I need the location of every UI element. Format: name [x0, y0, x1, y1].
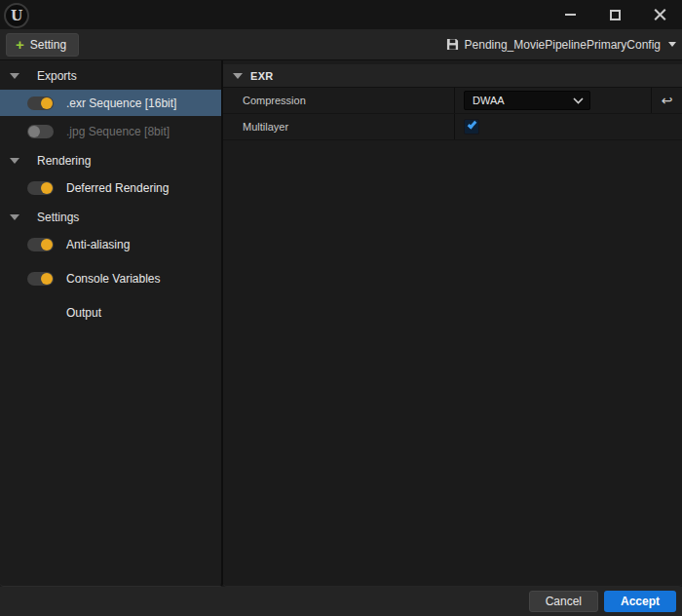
- accept-button[interactable]: Accept: [604, 591, 676, 612]
- close-button[interactable]: [637, 0, 682, 29]
- plus-icon: +: [16, 37, 24, 52]
- minimize-icon: [565, 14, 576, 16]
- unreal-engine-logo-icon: U: [4, 3, 29, 28]
- toggle-switch-on[interactable]: [27, 272, 54, 286]
- details-panel: EXR Compression DWAA ↩ Multilayer: [223, 60, 682, 587]
- tree-item-console-variables[interactable]: Console Variables: [0, 265, 221, 291]
- section-header-settings[interactable]: Settings: [0, 206, 221, 229]
- main-area: Exports .exr Sequence [16bit] .jpg Seque…: [0, 60, 682, 587]
- toggle-switch-off[interactable]: [27, 125, 54, 138]
- chevron-down-icon: [10, 214, 19, 220]
- chevron-down-icon: [10, 73, 19, 79]
- logo-glyph: U: [11, 8, 22, 23]
- toggle-knob: [41, 97, 53, 109]
- property-row-compression: Compression DWAA ↩: [223, 88, 682, 114]
- titlebar: U: [0, 0, 682, 29]
- category-label: EXR: [250, 70, 274, 82]
- toggle-switch-on[interactable]: [27, 96, 54, 110]
- add-setting-button[interactable]: + Setting: [6, 33, 79, 57]
- toggle-knob: [41, 182, 53, 194]
- section-header-exports[interactable]: Exports: [0, 64, 221, 88]
- section-header-rendering[interactable]: Rendering: [0, 149, 221, 173]
- property-label: Multilayer: [223, 114, 455, 139]
- setting-button-label: Setting: [30, 38, 66, 52]
- section-label: Rendering: [37, 154, 91, 168]
- window-controls: [548, 0, 682, 29]
- config-preset-dropdown[interactable]: Pending_MoviePipelinePrimaryConfig: [446, 38, 676, 52]
- close-icon: [654, 9, 666, 21]
- property-value-cell: [455, 114, 682, 139]
- tree-item-anti-aliasing[interactable]: Anti-aliasing: [0, 231, 221, 257]
- save-icon: [446, 38, 459, 51]
- compression-dropdown[interactable]: DWAA: [464, 91, 590, 110]
- chevron-down-icon: [573, 97, 584, 104]
- checkmark-icon: [468, 119, 477, 129]
- tree-item-label: Anti-aliasing: [66, 238, 130, 251]
- toolbar: + Setting Pending_MoviePipelinePrimaryCo…: [0, 29, 682, 60]
- tree-item-label: Output: [66, 306, 101, 320]
- chevron-down-icon: [10, 158, 19, 164]
- dropdown-selected-value: DWAA: [473, 95, 505, 106]
- toggle-knob: [28, 126, 40, 137]
- tree-item-label: .jpg Sequence [8bit]: [66, 125, 170, 138]
- property-label: Compression: [223, 88, 455, 113]
- movie-render-queue-settings-window: U + Setting Pending_MoviePipelinePrimary…: [0, 0, 682, 616]
- multilayer-checkbox-checked[interactable]: [464, 119, 479, 135]
- section-label: Settings: [37, 211, 79, 224]
- reset-cell: ↩: [651, 88, 682, 113]
- chevron-down-icon: [668, 42, 676, 47]
- section-label: Exports: [37, 69, 77, 83]
- minimize-button[interactable]: [548, 0, 592, 29]
- tree-item-deferred-rendering[interactable]: Deferred Rendering: [0, 174, 221, 201]
- toggle-knob: [41, 273, 53, 285]
- category-header-exr[interactable]: EXR: [223, 64, 682, 88]
- tree-item-jpg-sequence[interactable]: .jpg Sequence [8bit]: [0, 118, 221, 144]
- config-name: Pending_MoviePipelinePrimaryConfig: [465, 38, 661, 52]
- tree-item-exr-sequence[interactable]: .exr Sequence [16bit]: [0, 90, 221, 116]
- settings-tree: Exports .exr Sequence [16bit] .jpg Seque…: [0, 60, 223, 587]
- tree-item-output[interactable]: Output: [0, 299, 221, 326]
- toggle-switch-on[interactable]: [27, 181, 54, 195]
- cancel-button[interactable]: Cancel: [529, 591, 598, 612]
- toggle-knob: [41, 239, 53, 250]
- tree-item-label: Deferred Rendering: [66, 181, 169, 195]
- chevron-down-icon: [233, 73, 243, 79]
- footer-bar: Cancel Accept: [0, 587, 682, 616]
- property-row-multilayer: Multilayer: [223, 114, 682, 140]
- maximize-icon: [610, 10, 621, 20]
- reset-to-default-icon[interactable]: ↩: [662, 94, 673, 107]
- tree-item-label: Console Variables: [66, 272, 161, 286]
- property-value-cell: DWAA: [455, 88, 651, 113]
- toggle-switch-on[interactable]: [27, 238, 54, 251]
- tree-item-label: .exr Sequence [16bit]: [66, 96, 176, 110]
- maximize-button[interactable]: [592, 0, 637, 29]
